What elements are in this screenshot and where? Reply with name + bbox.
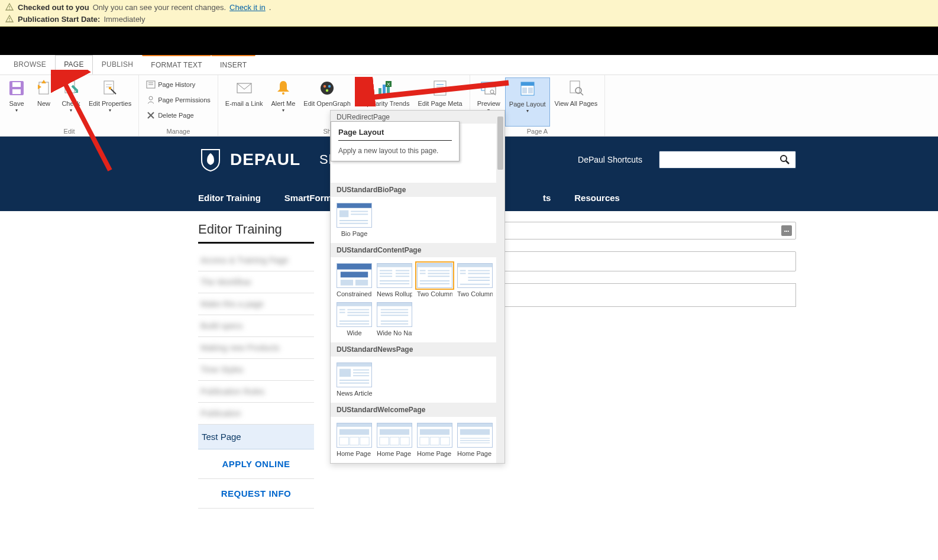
check-it-in-link[interactable]: Check it in (229, 3, 266, 12)
svg-rect-40 (522, 88, 527, 93)
pub-date-label: Publication Start Date: (18, 15, 100, 24)
new-button[interactable]: New (31, 77, 57, 127)
page-layout-icon (518, 79, 537, 98)
svg-rect-112 (400, 438, 409, 446)
svg-rect-118 (458, 423, 492, 427)
side-nav-item[interactable]: Make this a page (198, 293, 314, 315)
layout-wide-no-nav[interactable]: Wide No Nav (377, 302, 412, 336)
check-button[interactable]: Check▾ (58, 77, 84, 127)
svg-rect-26 (383, 85, 386, 94)
svg-rect-97 (339, 369, 351, 377)
pub-date-value: Immediately (103, 15, 145, 24)
tooltip-title: Page Layout (338, 128, 384, 137)
svg-rect-12 (109, 87, 111, 89)
side-nav-item[interactable]: Publication (198, 403, 314, 425)
svg-point-16 (149, 96, 153, 100)
svg-rect-119 (460, 429, 490, 435)
side-nav-item[interactable]: Publication Rules (198, 381, 314, 403)
apply-online-button[interactable]: APPLY ONLINE (198, 449, 314, 479)
svg-rect-105 (339, 438, 348, 446)
checked-out-text: Only you can see your recent changes. (93, 3, 226, 12)
svg-rect-39 (521, 82, 534, 86)
svg-rect-103 (337, 423, 371, 427)
nav-editor-training[interactable]: Editor Training (198, 193, 261, 203)
svg-rect-115 (420, 438, 429, 446)
side-nav-item[interactable]: Making new Products (198, 337, 314, 359)
nav-item-cut[interactable]: ts (543, 193, 551, 203)
ribbon-tabs: BROWSE PAGE PUBLISH FORMAT TEXT INSERT (0, 55, 938, 75)
svg-rect-66 (418, 264, 452, 267)
email-link-button[interactable]: E-mail a Link (222, 77, 267, 127)
search-input[interactable] (664, 156, 779, 164)
svg-rect-55 (341, 280, 353, 286)
svg-rect-30 (434, 81, 446, 95)
save-button[interactable]: Save▾ (4, 77, 30, 127)
field-handle-icon[interactable]: ••• (781, 225, 792, 236)
svg-rect-114 (420, 429, 449, 435)
side-nav: Editor Training Access & Training Page T… (198, 222, 314, 509)
save-icon (7, 79, 26, 98)
side-nav-item[interactable]: Time Styles (198, 359, 314, 381)
svg-rect-47 (337, 203, 371, 208)
page-layout-flyout: DURedirectPage Page Layout Apply a new l… (330, 110, 505, 464)
svg-point-23 (328, 85, 331, 88)
trends-icon: X (375, 79, 394, 98)
layout-wide[interactable]: Wide (337, 302, 372, 336)
tab-browse[interactable]: BROWSE (5, 55, 55, 75)
svg-rect-74 (458, 264, 492, 267)
svg-point-24 (326, 89, 328, 92)
alert-icon (274, 79, 293, 98)
edit-properties-button[interactable]: Edit Properties▾ (85, 77, 135, 127)
side-nav-item-active[interactable]: Test Page (198, 425, 314, 449)
svg-line-44 (581, 93, 583, 95)
delete-page-button[interactable]: Delete Page (144, 109, 213, 121)
layout-bio-page[interactable]: Bio Page (337, 203, 372, 237)
tab-insert[interactable]: INSERT (211, 55, 256, 75)
search-box[interactable] (659, 151, 796, 169)
alert-me-button[interactable]: Alert Me▾ (267, 77, 299, 127)
page-history-button[interactable]: Page History (144, 79, 213, 90)
side-nav-item[interactable]: Access & Training Page (198, 250, 314, 271)
side-nav-title: Editor Training (198, 222, 314, 244)
svg-rect-54 (341, 272, 368, 278)
checked-out-label: Checked out to you (18, 3, 89, 12)
side-nav-item[interactable]: Build specs (198, 315, 314, 337)
layout-home-2[interactable]: Home Page 2 (377, 423, 412, 457)
view-all-pages-button[interactable]: View All Pages (551, 77, 601, 127)
layout-home-4[interactable]: Home Page 4 (457, 423, 493, 457)
layout-two-column[interactable]: Two Column Layout (417, 263, 452, 297)
page-layout-button[interactable]: Page Layout▾ (505, 77, 550, 127)
tab-publish[interactable]: PUBLISH (93, 55, 142, 75)
layout-two-column-two-area[interactable]: Two Column Two Area (457, 263, 493, 297)
side-nav-item[interactable]: The Workflow (198, 271, 314, 293)
svg-rect-108 (377, 423, 412, 427)
layout-section-bio: DUStandardBioPage (331, 183, 504, 197)
nav-resources[interactable]: Resources (574, 193, 620, 203)
tab-page[interactable]: PAGE (55, 55, 93, 75)
edit-properties-icon (101, 79, 119, 98)
svg-point-1 (9, 8, 10, 9)
svg-rect-7 (39, 82, 48, 94)
svg-rect-110 (380, 438, 389, 446)
page-permissions-button[interactable]: Page Permissions (144, 94, 213, 106)
svg-rect-35 (485, 87, 496, 94)
opengraph-icon (318, 79, 337, 98)
search-icon[interactable] (779, 154, 791, 166)
layout-home-1[interactable]: Home Page 1 (337, 423, 372, 457)
scrollbar-thumb[interactable] (497, 116, 503, 170)
shortcuts-link[interactable]: DePaul Shortcuts (578, 155, 642, 164)
request-info-button[interactable]: REQUEST INFO (198, 479, 314, 509)
layout-home-3[interactable]: Home Page 3 (417, 423, 452, 457)
layout-constrained-landing[interactable]: Constrained Landing Page (337, 263, 372, 297)
layout-section-news: DUStandardNewsPage (331, 342, 504, 357)
svg-rect-57 (377, 264, 412, 267)
email-icon (235, 79, 254, 98)
layout-news-article[interactable]: News Article 2 (337, 362, 372, 397)
layout-section-content: DUStandardContentPage (331, 243, 504, 257)
layout-news-rollup[interactable]: News Rollup 2 (377, 263, 412, 297)
permissions-icon (146, 95, 156, 105)
svg-rect-82 (337, 303, 371, 306)
svg-point-22 (324, 85, 326, 88)
flyout-scrollbar[interactable] (496, 111, 504, 463)
tab-format-text[interactable]: FORMAT TEXT (142, 55, 211, 75)
